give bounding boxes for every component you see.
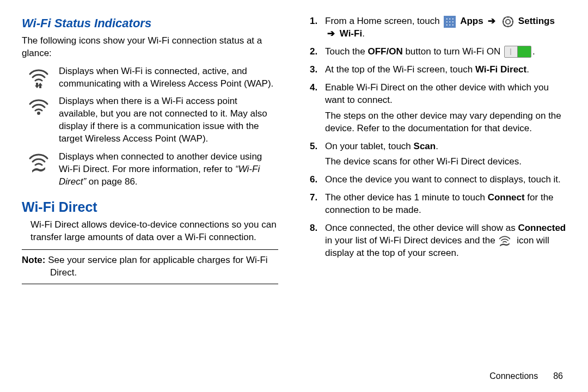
step-6: Once the device you want to connect to d… <box>310 174 566 186</box>
status-text-direct: Displays when connected to another devic… <box>59 151 278 188</box>
steps-list: From a Home screen, touch Apps ➔ <box>310 15 566 260</box>
manual-page: Wi-Fi Status Indicators The following ic… <box>0 0 588 392</box>
s8c: in your list of Wi-Fi Direct devices and… <box>325 235 498 246</box>
s6: Once the device you want to connect to d… <box>325 174 561 185</box>
right-column: From a Home screen, touch Apps ➔ <box>310 15 566 367</box>
s8a: Once connected, the other device will sh… <box>325 223 518 233</box>
note-text: See your service plan for applicable cha… <box>45 255 267 278</box>
s1-settings: Settings <box>518 16 555 26</box>
heading-wifi-direct: Wi-Fi Direct <box>22 198 278 217</box>
left-column: Wi-Fi Status Indicators The following ic… <box>22 15 278 367</box>
s7a: The other device has 1 minute to touch <box>325 192 488 203</box>
s5a: On your tablet, touch <box>325 141 414 151</box>
period: . <box>362 28 365 39</box>
step-7: The other device has 1 minute to touch C… <box>310 192 566 217</box>
wifi-direct-icon <box>498 236 512 247</box>
svg-line-9 <box>504 24 505 26</box>
s2a: Touch the <box>325 46 367 57</box>
wifi-direct-icon <box>27 151 50 188</box>
s8b: Connected <box>518 223 566 233</box>
step-5: On your tablet, touch Scan. The device s… <box>310 140 566 169</box>
status-text-available: Displays when there is a Wi-Fi access po… <box>59 95 278 145</box>
settings-icon <box>502 16 514 28</box>
s7b: Connect <box>488 192 525 203</box>
arrow-icon: ➔ <box>327 28 335 39</box>
period: . <box>436 141 438 151</box>
s4p: The steps on the other device may vary d… <box>325 110 566 135</box>
svg-line-10 <box>511 17 512 19</box>
step-4: Enable Wi-Fi Direct on the other device … <box>310 82 566 135</box>
period: . <box>532 46 535 57</box>
divider-top <box>22 249 278 250</box>
svg-point-0 <box>37 112 40 115</box>
step-3: At the top of the Wi-Fi screen, touch Wi… <box>310 64 566 76</box>
arrow-icon: ➔ <box>488 16 495 26</box>
s1-apps: Apps <box>460 16 486 26</box>
step-1: From a Home screen, touch Apps ➔ <box>310 15 566 40</box>
step-8: Once connected, the other device will sh… <box>310 222 566 260</box>
s1-wifi: Wi-Fi <box>340 28 362 39</box>
status-intro: The following icons show your Wi-Fi conn… <box>22 35 278 60</box>
s5b: Scan <box>414 141 436 151</box>
wifi-active-icon <box>27 65 50 90</box>
note-label: Note: <box>22 255 45 265</box>
page-footer: Connections 86 <box>22 370 566 382</box>
toggle-on-icon <box>504 46 531 58</box>
divider-bottom <box>22 284 278 284</box>
s5p: The device scans for other Wi-Fi Direct … <box>325 156 566 168</box>
svg-line-7 <box>504 17 505 19</box>
s3b: Wi-Fi Direct <box>475 64 526 75</box>
direct-text-b: on page 86. <box>86 176 138 187</box>
wifi-direct-intro: Wi-Fi Direct allows device-to-device con… <box>30 219 278 244</box>
s3a: At the top of the Wi-Fi screen, touch <box>325 64 475 75</box>
heading-status-indicators: Wi-Fi Status Indicators <box>22 15 278 32</box>
footer-section: Connections <box>489 370 538 382</box>
status-text-connected: Displays when Wi-Fi is connected, active… <box>59 65 278 90</box>
s4: Enable Wi-Fi Direct on the other device … <box>325 82 549 105</box>
s2b: button to turn Wi-Fi ON <box>403 46 503 57</box>
svg-point-2 <box>506 19 510 23</box>
step-2: Touch the OFF/ON button to turn Wi-Fi ON… <box>310 46 566 58</box>
svg-line-8 <box>511 24 512 26</box>
s2-offon: OFF/ON <box>367 46 402 57</box>
apps-icon <box>444 16 456 28</box>
two-column-layout: Wi-Fi Status Indicators The following ic… <box>22 15 566 367</box>
direct-text-a: Displays when connected to another devic… <box>59 151 262 174</box>
period: . <box>526 64 529 75</box>
status-row-direct: Displays when connected to another devic… <box>27 151 278 188</box>
status-row-available: Displays when there is a Wi-Fi access po… <box>27 95 278 145</box>
wifi-available-icon <box>27 95 50 145</box>
s1a: From a Home screen, touch <box>325 16 442 26</box>
status-row-connected: Displays when Wi-Fi is connected, active… <box>27 65 278 90</box>
note-block: Note: See your service plan for applicab… <box>22 254 278 279</box>
footer-page: 86 <box>553 370 563 382</box>
